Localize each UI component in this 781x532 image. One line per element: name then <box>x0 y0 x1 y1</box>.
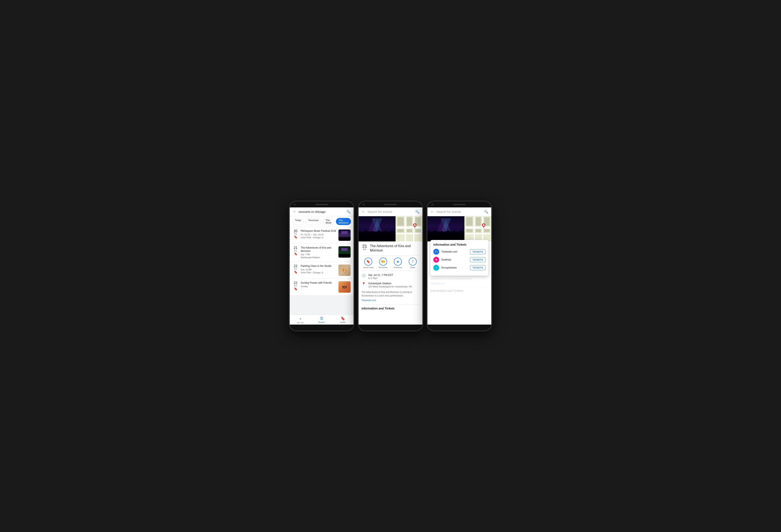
event-detail-day: 21 <box>362 244 368 248</box>
nav-for-you[interactable]: ＋ For You <box>290 316 311 324</box>
bookmark-icon[interactable]: 🔖 <box>293 271 298 274</box>
svg-rect-53 <box>466 229 472 232</box>
search-icon-1[interactable]: 🔍 <box>346 210 351 214</box>
event-date-col: 22 JUL 🔖 <box>293 281 298 291</box>
phone-3: ← Search for events 🔍 <box>427 201 492 331</box>
event-meta1: Fri, Jul 20 — Sun, Jul 22 <box>301 233 336 236</box>
search-placeholder-2: Search for events <box>367 210 413 213</box>
svg-point-39 <box>443 231 447 234</box>
list-item[interactable]: 21 JUL 🔖 The Adventures of Kira and Morr… <box>290 244 354 261</box>
event-day: 20 <box>293 230 298 233</box>
back-arrow-icon-2[interactable]: ← <box>362 209 365 214</box>
event-info: The Adventures of Kira and Morrison Sat,… <box>301 246 336 259</box>
phone-1: ← concerts in chicago 🔍 Today Tomorrow T… <box>289 201 354 331</box>
bookmark-icon[interactable]: 🔖 <box>293 235 298 239</box>
svg-point-12 <box>384 231 387 233</box>
phone-top-bar-3 <box>427 202 491 207</box>
crowd-image <box>338 230 351 241</box>
event-meta1: Sun, 12 AM <box>301 268 336 271</box>
action-buttons: 🔖 Saved event 🎫 Get tickets ◈ Directions… <box>362 255 419 271</box>
bookmark-icon[interactable]: 🔖 <box>293 252 298 255</box>
ticket-btn-2[interactable]: TICKETS <box>470 257 485 262</box>
crowd-image-2 <box>338 246 351 258</box>
search-icon-2[interactable]: 🔍 <box>415 210 419 214</box>
event-info: Pitchspoon Music Festival 2018 Fri, Jul … <box>301 230 336 239</box>
event-month: JUL <box>293 250 298 252</box>
svg-point-9 <box>374 231 378 234</box>
svg-rect-49 <box>474 216 475 241</box>
event-detail-content: 21 JUL The Adventures of Kira and Morris… <box>359 241 422 325</box>
event-meta1: Sat, 7 PM <box>301 253 336 256</box>
back-arrow-icon-1[interactable]: ← <box>293 209 296 214</box>
phone-bottom-bar-3 <box>427 325 491 330</box>
ticket-name-1: Ticketsite.com <box>441 250 468 253</box>
share-btn[interactable]: ⤴ Share <box>406 258 420 269</box>
list-item[interactable]: 22 JUL 🔖 Sunday Feasts with Friends Sund… <box>290 279 354 295</box>
chip-tomorrow[interactable]: Tomorrow <box>305 218 321 225</box>
phones-container: ← concerts in chicago 🔍 Today Tomorrow T… <box>289 201 492 331</box>
svg-point-11 <box>381 231 384 234</box>
svg-point-10 <box>377 231 381 233</box>
svg-rect-21 <box>398 217 404 226</box>
svg-rect-51 <box>466 217 472 226</box>
ticket-btn-3[interactable]: TICKETS <box>470 265 485 270</box>
event-header-image <box>359 216 422 241</box>
event-day: 22 <box>293 264 298 268</box>
svg-point-43 <box>456 232 459 234</box>
tickets-label: Get tickets <box>378 267 387 269</box>
ticket-row: 🏷 Ticketsite.com TICKETS <box>433 249 485 255</box>
search-icon-3[interactable]: 🔍 <box>484 210 488 214</box>
venue-info: Snickerpark Stadium 100 West Snickerpark… <box>368 282 412 288</box>
saved-icon-circle: 🔖 <box>364 258 372 265</box>
svg-rect-18 <box>396 233 421 234</box>
event-link[interactable]: Ticketsite.com <box>362 299 376 301</box>
svg-rect-54 <box>476 229 481 232</box>
phone-top-bar-2 <box>359 202 422 207</box>
svg-rect-56 <box>484 229 490 232</box>
ticket-btn-1[interactable]: TICKETS <box>470 249 485 254</box>
directions-btn[interactable]: ◈ Directions <box>391 258 405 269</box>
venue-name: Snickerpark Stadium <box>368 282 412 285</box>
for-you-icon: ＋ <box>298 316 302 321</box>
date-time-info: Sat, Jul 21, 7 PM EDT in 2 days <box>368 273 393 279</box>
screen-1: ← concerts in chicago 🔍 Today Tomorrow T… <box>290 207 354 325</box>
svg-point-14 <box>390 231 394 233</box>
chip-today[interactable]: Today <box>292 218 304 225</box>
event-info: Painting Class in the Studio Sun, 12 AM … <box>301 264 336 274</box>
event-meta2: Union Park · Chicago, IL <box>301 236 336 239</box>
svg-rect-23 <box>398 229 404 232</box>
filter-chips-1: Today Tomorrow This Week This Weekend <box>290 216 354 227</box>
screen-3: ← Search for events 🔍 <box>427 207 491 325</box>
svg-point-36 <box>433 231 437 233</box>
ticket-row: ♪ Groupsintown TICKETS <box>433 265 485 271</box>
svg-point-7 <box>368 231 371 234</box>
bookmark-icon[interactable]: 🔖 <box>293 287 298 291</box>
date-time-row: 🕐 Sat, Jul 21, 7 PM EDT in 2 days <box>362 273 419 279</box>
phone-2: ← Search for events 🔍 <box>358 201 423 331</box>
back-arrow-icon-3[interactable]: ← <box>430 209 434 214</box>
phone-bottom-bar-2 <box>359 325 422 330</box>
chip-this-week[interactable]: This Week <box>323 218 334 225</box>
list-item[interactable]: 20 JUL 🔖 Pitchspoon Music Festival 2018 … <box>290 227 354 243</box>
list-item[interactable]: 22 JUL 🔖 Painting Class in the Studio Su… <box>290 262 354 278</box>
clock-icon: 🕐 <box>362 274 366 278</box>
chip-this-weekend[interactable]: This Weekend <box>336 218 351 225</box>
event-description: The Adventures of Kira and Morrison is c… <box>362 290 419 297</box>
svg-rect-24 <box>407 229 412 232</box>
event-meta2: Snickerpark Stadium <box>301 256 336 259</box>
svg-point-28 <box>414 224 416 226</box>
nav-browse[interactable]: ☰ Browse <box>311 316 332 324</box>
tickets-icon-circle: 🎫 <box>379 258 387 265</box>
bottom-nav: ＋ For You ☰ Browse 🔖 Saved <box>290 315 354 325</box>
speaker-3 <box>453 204 466 205</box>
event-title: Pitchspoon Music Festival 2018 <box>301 230 336 233</box>
nav-label-saved: Saved <box>340 321 346 323</box>
phone-top-bar-1 <box>290 202 354 207</box>
map-image <box>396 216 422 241</box>
svg-point-6 <box>364 231 368 233</box>
saved-event-btn[interactable]: 🔖 Saved event <box>362 258 375 269</box>
nav-saved[interactable]: 🔖 Saved <box>332 316 354 324</box>
get-tickets-btn[interactable]: 🎫 Get tickets <box>376 258 390 269</box>
map-image-3 <box>464 216 491 241</box>
browse-icon: ☰ <box>320 316 323 321</box>
